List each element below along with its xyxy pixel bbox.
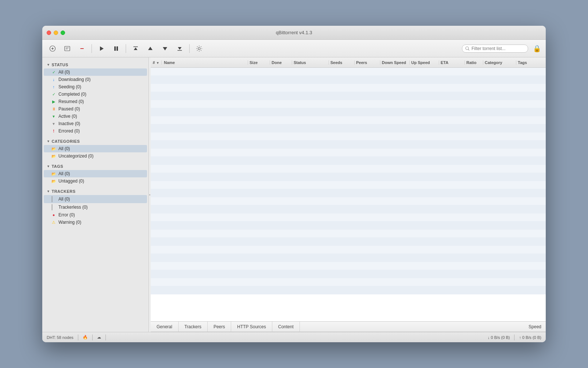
speed-button[interactable]: Speed	[524, 322, 546, 332]
table-row[interactable]	[151, 132, 546, 141]
col-header-num[interactable]: # ▼	[151, 60, 162, 65]
table-row[interactable]	[151, 270, 546, 278]
table-row[interactable]	[151, 181, 546, 189]
sidebar-item-trackerless[interactable]: ▏ Trackerless (0)	[42, 203, 148, 211]
svg-point-16	[466, 47, 469, 50]
table-row[interactable]	[151, 205, 546, 213]
sidebar-item-resumed[interactable]: ▶ Resumed (0)	[42, 98, 148, 105]
table-row[interactable]	[151, 278, 546, 286]
col-header-category[interactable]: Category	[483, 60, 516, 65]
svg-marker-11	[148, 47, 153, 50]
uncategorized-label: Uncategorized (0)	[58, 153, 93, 159]
minimize-button[interactable]	[54, 31, 58, 35]
up-speed-status: ↑ 0 B/s (0 B)	[519, 335, 541, 340]
options-button[interactable]	[193, 43, 206, 54]
table-row[interactable]	[151, 92, 546, 100]
table-row[interactable]	[151, 238, 546, 246]
col-header-status[interactable]: Status	[292, 60, 329, 65]
sidebar-item-paused[interactable]: ⏸ Paused (0)	[42, 105, 148, 113]
sidebar-item-inactive[interactable]: ▼ Inactive (0)	[42, 120, 148, 127]
sidebar-item-downloading[interactable]: ↓ Downloading (0)	[42, 76, 148, 83]
table-row[interactable]	[151, 213, 546, 222]
table-row[interactable]	[151, 141, 546, 149]
table-row[interactable]	[151, 84, 546, 92]
add-link-button[interactable]	[61, 43, 74, 54]
search-input[interactable]	[472, 46, 523, 51]
warning-icon: ⚠	[51, 220, 56, 225]
lock-icon: 🔒	[532, 43, 542, 54]
table-row[interactable]	[151, 157, 546, 165]
inactive-icon: ▼	[51, 122, 56, 126]
sidebar-item-errored[interactable]: ! Errored (0)	[42, 127, 148, 135]
table-row[interactable]	[151, 165, 546, 173]
bottom-panel: General Trackers Peers HTTP Sources Cont…	[151, 321, 546, 332]
col-header-peers[interactable]: Peers	[355, 60, 380, 65]
col-header-ratio[interactable]: Ratio	[465, 60, 483, 65]
tags-all-icon: 📂	[51, 172, 56, 176]
table-row[interactable]	[151, 246, 546, 254]
table-row[interactable]	[151, 100, 546, 108]
tab-content[interactable]: Content	[272, 322, 300, 332]
sidebar-item-tags-all[interactable]: 📂 All (0)	[44, 170, 147, 177]
table-row[interactable]	[151, 108, 546, 116]
move-top-button[interactable]	[129, 43, 142, 54]
table-row[interactable]	[151, 230, 546, 238]
table-row[interactable]	[151, 149, 546, 157]
tab-trackers[interactable]: Trackers	[179, 322, 208, 332]
col-header-tags[interactable]: Tags	[516, 60, 546, 65]
sidebar-item-all[interactable]: ✓ All (0)	[44, 68, 147, 76]
titlebar: qBittorrent v4.1.3	[42, 26, 546, 40]
svg-marker-14	[178, 47, 182, 50]
tab-http-sources[interactable]: HTTP Sources	[231, 322, 272, 332]
move-bottom-button[interactable]	[173, 43, 186, 54]
sidebar-item-trackers-all[interactable]: ▏ All (0)	[44, 195, 147, 203]
table-row[interactable]	[151, 76, 546, 84]
close-button[interactable]	[47, 31, 51, 35]
sidebar-item-categories-all[interactable]: 📂 All (0)	[44, 145, 147, 152]
table-row[interactable]	[151, 124, 546, 132]
tags-all-label: All (0)	[58, 171, 70, 176]
sidebar-item-uncategorized[interactable]: 📂 Uncategorized (0)	[42, 152, 148, 160]
seeding-icon: ↑	[51, 85, 56, 89]
maximize-button[interactable]	[61, 31, 65, 35]
sidebar-item-seeding[interactable]: ↑ Seeding (0)	[42, 83, 148, 91]
col-header-down-speed[interactable]: Down Speed	[380, 60, 410, 65]
resize-dot	[149, 194, 150, 195]
statusbar-sep-3	[105, 335, 106, 340]
trackers-all-icon: ▏	[51, 196, 56, 202]
tab-peers[interactable]: Peers	[208, 322, 231, 332]
sidebar-item-untagged[interactable]: 📂 Untagged (0)	[42, 177, 148, 185]
search-box[interactable]	[462, 45, 528, 53]
col-header-size[interactable]: Size	[248, 60, 270, 65]
sidebar-item-warning[interactable]: ⚠ Warning (0)	[42, 219, 148, 226]
remove-button[interactable]: −	[75, 43, 89, 54]
error-label: Error (0)	[58, 212, 75, 217]
col-header-name[interactable]: Name	[162, 60, 248, 65]
table-row[interactable]	[151, 286, 546, 294]
table-row[interactable]	[151, 189, 546, 197]
seeding-label: Seeding (0)	[58, 84, 81, 89]
col-header-done[interactable]: Done	[270, 60, 292, 65]
table-row[interactable]	[151, 173, 546, 181]
table-row[interactable]	[151, 197, 546, 205]
sidebar-item-active[interactable]: ▼ Active (0)	[42, 113, 148, 120]
pause-button[interactable]	[110, 43, 123, 54]
table-row[interactable]	[151, 116, 546, 124]
tab-general[interactable]: General	[151, 322, 179, 332]
move-up-button[interactable]	[144, 43, 157, 54]
resume-button[interactable]	[95, 43, 108, 54]
move-down-button[interactable]	[158, 43, 172, 54]
separator-3	[189, 44, 190, 53]
window-title: qBittorrent v4.1.3	[276, 30, 312, 35]
table-row[interactable]	[151, 262, 546, 270]
table-row[interactable]	[151, 222, 546, 230]
table-row[interactable]	[151, 254, 546, 262]
table-row[interactable]	[151, 68, 546, 76]
col-header-up-speed[interactable]: Up Speed	[410, 60, 439, 65]
add-torrent-button[interactable]	[46, 43, 59, 54]
col-header-eta[interactable]: ETA	[439, 60, 465, 65]
search-icon	[465, 46, 470, 51]
sidebar-item-completed[interactable]: ✓ Completed (0)	[42, 91, 148, 98]
sidebar-item-error[interactable]: ● Error (0)	[42, 211, 148, 219]
col-header-seeds[interactable]: Seeds	[329, 60, 355, 65]
